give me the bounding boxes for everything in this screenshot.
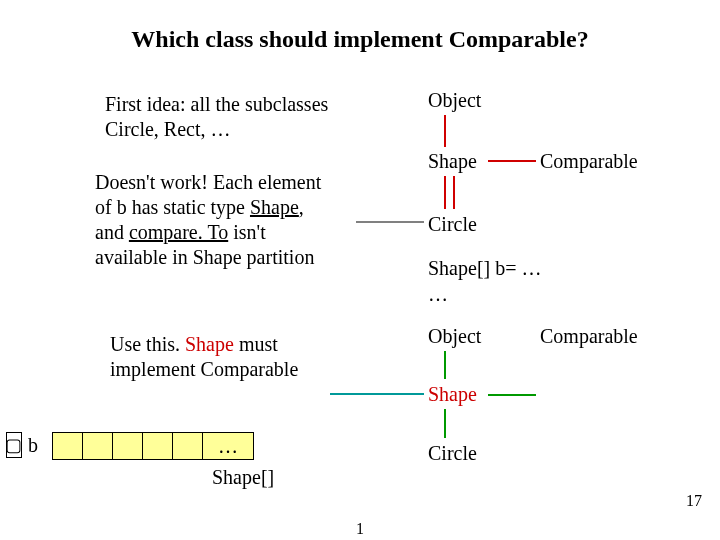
para3-line1-post: must bbox=[234, 333, 278, 355]
array-var-label: b bbox=[28, 434, 38, 457]
page-number-center: 1 bbox=[0, 520, 720, 538]
line-shape-circle-2 bbox=[444, 409, 446, 438]
line-obj-shape-2 bbox=[444, 351, 446, 379]
para3-line1-pre: Use this. bbox=[110, 333, 185, 355]
para2-shape-ul: Shape bbox=[250, 196, 299, 218]
array-cell bbox=[53, 433, 83, 459]
array-cell bbox=[143, 433, 173, 459]
diag2-circle: Circle bbox=[428, 441, 477, 466]
diag1-code1: Shape[] b= … bbox=[428, 256, 541, 281]
array-cell bbox=[173, 433, 203, 459]
array-cell bbox=[113, 433, 143, 459]
line-para3-shape bbox=[330, 393, 424, 395]
slide-title: Which class should implement Comparable? bbox=[0, 26, 720, 53]
diag1-circle: Circle bbox=[428, 212, 477, 237]
array-pointer-box: ▢ bbox=[6, 432, 22, 458]
diag1-shape: Shape bbox=[428, 149, 477, 174]
array-cell bbox=[83, 433, 113, 459]
para2-compareto-ul: compare. To bbox=[129, 221, 228, 243]
para-use-this: Use this. Shape must implement Comparabl… bbox=[110, 332, 360, 382]
array-cell-ellipsis: … bbox=[203, 433, 253, 459]
line-shape-circle-1b bbox=[453, 176, 455, 209]
line-shape-comp-1 bbox=[488, 160, 536, 162]
para1-line1: First idea: all the subclasses bbox=[105, 93, 328, 115]
para-first-idea: First idea: all the subclasses Circle, R… bbox=[105, 92, 395, 142]
page-number-corner: 17 bbox=[686, 492, 702, 510]
line-shape-comp-2 bbox=[488, 394, 536, 396]
para-doesnt-work: Doesn't work! Each element of b has stat… bbox=[95, 170, 395, 270]
diag1-code2: … bbox=[428, 282, 448, 307]
line-shape-circle-1 bbox=[444, 176, 446, 209]
array-strip: … bbox=[52, 432, 254, 460]
line-para2-circle bbox=[356, 221, 424, 223]
diag1-object: Object bbox=[428, 88, 481, 113]
diag2-comparable: Comparable bbox=[540, 324, 638, 349]
para2-line2-post: , bbox=[299, 196, 304, 218]
diag2-shape-red: Shape bbox=[428, 382, 477, 407]
para3-shape-red: Shape bbox=[185, 333, 234, 355]
para2-line3-pre: and bbox=[95, 221, 129, 243]
line-obj-shape-1 bbox=[444, 115, 446, 147]
para2-line4: available in Shape partition bbox=[95, 246, 314, 268]
diag2-object: Object bbox=[428, 324, 481, 349]
para3-line2: implement Comparable bbox=[110, 358, 298, 380]
diag1-comparable: Comparable bbox=[540, 149, 638, 174]
array-type-label: Shape[] bbox=[212, 466, 274, 489]
para2-line1: Doesn't work! Each element bbox=[95, 171, 321, 193]
para2-line2-pre: of b has static type bbox=[95, 196, 250, 218]
para2-line3-post: isn't bbox=[228, 221, 266, 243]
pointer-icon: ▢ bbox=[5, 436, 22, 454]
para1-line2: Circle, Rect, … bbox=[105, 118, 231, 140]
